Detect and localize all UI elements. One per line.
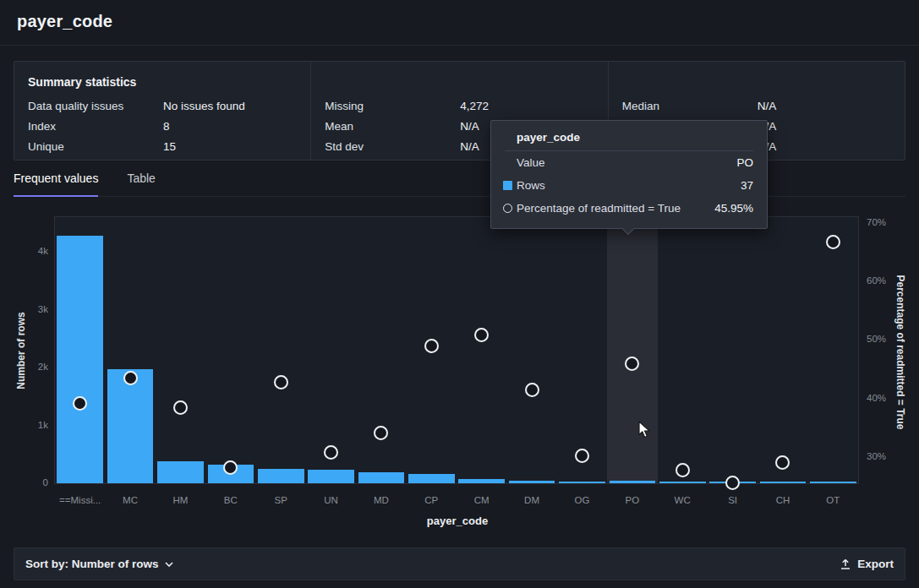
bar-OT[interactable] xyxy=(810,482,856,483)
stat-value: 15 xyxy=(163,137,176,157)
x-tick-label-CM: CM xyxy=(457,495,506,505)
stat-row-missing: Missing 4,272 xyxy=(325,96,594,117)
point-CP[interactable] xyxy=(424,339,439,353)
right-axis-tick-label: 60% xyxy=(867,275,886,286)
bar-MD[interactable] xyxy=(358,472,405,483)
stat-label: Unique xyxy=(28,137,163,157)
tooltip-label: Rows xyxy=(517,179,545,192)
point-legend-swatch-icon xyxy=(503,204,512,213)
point-OT[interactable] xyxy=(826,235,840,249)
stat-value: N/A xyxy=(460,117,479,137)
bar-UN[interactable] xyxy=(308,470,354,483)
point-SP[interactable] xyxy=(274,375,288,389)
stat-label: Missing xyxy=(325,96,460,117)
export-icon xyxy=(840,558,851,570)
point-WC[interactable] xyxy=(676,463,690,477)
sort-by-dropdown[interactable]: Sort by: Number of rows xyxy=(25,558,173,570)
bar-CM[interactable] xyxy=(458,479,505,483)
tooltip-row-value: Value PO xyxy=(505,151,753,174)
x-tick-label-WC: WC xyxy=(658,495,708,505)
stat-label: Mean xyxy=(325,117,460,137)
bar-PO[interactable] xyxy=(610,481,656,483)
point-UN[interactable] xyxy=(324,445,338,460)
sort-by-label: Sort by: Number of rows xyxy=(25,558,159,570)
stat-label: Data quality issues xyxy=(28,96,163,117)
tooltip-row-rows: Rows 37 xyxy=(505,174,753,197)
summary-title: Summary statistics xyxy=(28,73,297,91)
bar-DM[interactable] xyxy=(509,481,555,483)
stat-row-index: Index 8 xyxy=(28,117,297,137)
chart-tooltip: payer_code Value PO Rows 37 Percentage o… xyxy=(490,120,768,229)
tooltip-label: Percentage of readmitted = True xyxy=(517,202,681,215)
stat-label: Std dev xyxy=(325,137,460,157)
x-tick-label-PO: PO xyxy=(607,495,657,505)
x-tick-label-MD: MD xyxy=(356,495,406,505)
chevron-down-icon xyxy=(165,562,173,567)
hovered-column-highlight xyxy=(607,217,657,483)
right-axis-tick-label: 50% xyxy=(867,334,886,344)
left-axis-tick-label: 2k xyxy=(18,362,48,372)
bar-HM[interactable] xyxy=(157,461,204,483)
point-DM[interactable] xyxy=(525,383,539,397)
stat-value: 8 xyxy=(163,117,170,137)
bar-WC[interactable] xyxy=(659,482,706,483)
tooltip-value: PO xyxy=(736,156,753,169)
page-title: payer_code xyxy=(17,12,902,31)
export-button[interactable]: Export xyxy=(840,558,894,570)
x-tick-label-==Missi...: ==Missi... xyxy=(55,495,105,505)
x-tick-label-OT: OT xyxy=(808,495,858,505)
left-axis-title: Number of rows xyxy=(15,312,27,389)
point-MD[interactable] xyxy=(374,426,388,440)
point-MC[interactable] xyxy=(123,371,138,385)
x-tick-label-SI: SI xyxy=(708,495,758,505)
point-SI[interactable] xyxy=(725,476,740,490)
header: payer_code xyxy=(0,0,919,46)
left-axis-tick-label: 3k xyxy=(18,304,48,314)
bar-SP[interactable] xyxy=(258,469,304,483)
point-OG[interactable] xyxy=(575,449,589,463)
bar-==Missi...[interactable] xyxy=(57,236,103,483)
bar-legend-swatch-icon xyxy=(503,181,512,190)
bar-CP[interactable] xyxy=(408,474,455,483)
right-axis-tick-label: 70% xyxy=(867,217,886,227)
stat-row-unique: Unique 15 xyxy=(28,137,297,157)
x-tick-label-OG: OG xyxy=(557,495,607,505)
stat-value: N/A xyxy=(460,137,479,157)
point-==Missi...[interactable] xyxy=(73,396,87,411)
left-axis-tick-label: 1k xyxy=(18,420,48,430)
tab-table[interactable]: Table xyxy=(127,172,155,196)
left-axis-tick-label: 0 xyxy=(18,477,48,487)
tooltip-label: Value xyxy=(517,156,545,169)
point-CM[interactable] xyxy=(474,328,489,342)
point-CH[interactable] xyxy=(775,455,790,470)
x-tick-label-DM: DM xyxy=(506,495,556,505)
stat-value: No issues found xyxy=(163,96,245,117)
x-tick-label-SP: SP xyxy=(256,495,306,505)
right-axis-tick-label: 30% xyxy=(867,451,886,461)
frequency-chart: Number of rows Percentage of readmitted … xyxy=(54,216,859,484)
point-HM[interactable] xyxy=(173,400,188,415)
x-tick-label-UN: UN xyxy=(306,495,356,505)
stat-value: 4,272 xyxy=(460,96,489,117)
bar-MC[interactable] xyxy=(107,369,154,483)
left-axis-tick-label: 4k xyxy=(18,246,48,256)
stat-label: Median xyxy=(622,96,758,117)
bar-OG[interactable] xyxy=(559,482,605,483)
footer-bar: Sort by: Number of rows Export xyxy=(14,547,905,580)
right-axis-tick-label: 40% xyxy=(867,393,886,403)
bar-CH[interactable] xyxy=(760,482,807,483)
stat-row-median: Median N/A xyxy=(622,96,891,117)
x-tick-label-CH: CH xyxy=(758,495,807,505)
point-BC[interactable] xyxy=(223,460,238,475)
tab-frequent-values[interactable]: Frequent values xyxy=(14,172,98,197)
page: payer_code Summary statistics Data quali… xyxy=(0,0,919,588)
stat-row-data-quality: Data quality issues No issues found xyxy=(28,96,297,117)
stat-value: N/A xyxy=(758,96,777,117)
tooltip-title: payer_code xyxy=(505,128,753,151)
tooltip-row-percentage: Percentage of readmitted = True 45.95% xyxy=(505,197,753,220)
x-tick-label-HM: HM xyxy=(156,495,205,505)
x-tick-label-CP: CP xyxy=(407,495,457,505)
x-tick-label-BC: BC xyxy=(205,495,255,505)
summary-col-1: Summary statistics Data quality issues N… xyxy=(14,62,310,160)
export-label: Export xyxy=(857,558,894,570)
